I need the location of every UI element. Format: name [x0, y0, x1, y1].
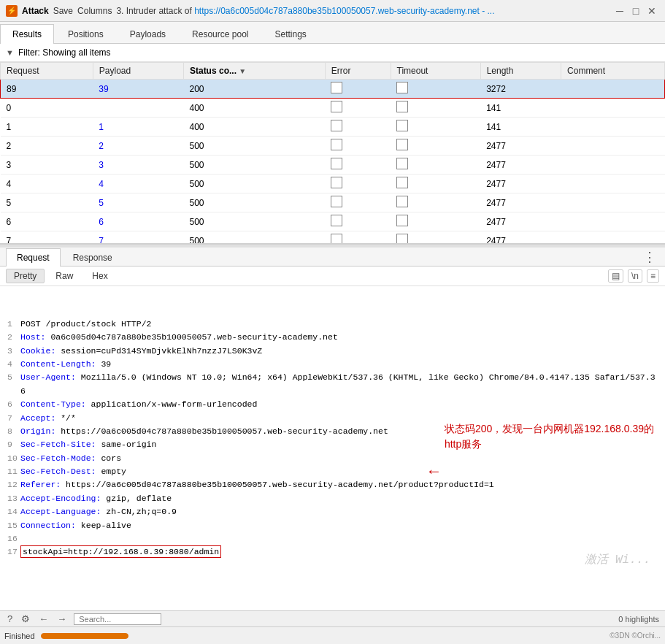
cell-status: 500 [183, 231, 325, 245]
request-line: 14Accept-Language: zh-CN,zh;q=0.9 [7, 505, 658, 518]
col-timeout[interactable]: Timeout [391, 63, 480, 80]
columns-label[interactable]: Columns [77, 6, 112, 16]
cell-error [325, 231, 391, 245]
search-input[interactable] [74, 613, 161, 625]
format-tab-raw[interactable]: Raw [47, 269, 81, 283]
finished-status: Finished [4, 632, 35, 640]
cell-length: 2477 [480, 137, 561, 156]
cell-comment [561, 193, 665, 212]
cell-timeout [391, 175, 480, 193]
cell-payload: 3 [93, 156, 183, 175]
settings-icon[interactable]: ⚙ [20, 613, 31, 624]
cell-comment [561, 231, 665, 245]
col-comment[interactable]: Comment [561, 63, 665, 80]
cell-length: 141 [480, 99, 561, 118]
annotation: 状态码200，发现一台内网机器192.168.0.39的 http服务 [445, 421, 654, 452]
cell-request: 5 [1, 193, 93, 212]
table-row[interactable]: 0 400 141 [1, 99, 665, 118]
table-row[interactable]: 1 1 400 141 [1, 118, 665, 137]
cell-status: 500 [183, 212, 325, 231]
col-status[interactable]: Status co... ▼ [183, 63, 325, 80]
cell-length: 2477 [480, 231, 561, 245]
save-label[interactable]: Save [53, 6, 73, 16]
table-row[interactable]: 4 4 500 2477 [1, 175, 665, 193]
cell-length: 2477 [480, 193, 561, 212]
tab-positions[interactable]: Positions [55, 24, 116, 44]
table-row[interactable]: 2 2 500 2477 [1, 137, 665, 156]
back-icon[interactable]: ← [37, 613, 50, 624]
line-text: Sec-Fetch-Mode: cors [20, 452, 658, 465]
line-text: Connection: keep-alive [20, 519, 658, 532]
cell-timeout [391, 80, 480, 99]
app-name: Attack [22, 6, 49, 16]
cell-request: 6 [1, 212, 93, 231]
cell-error [325, 137, 391, 156]
filter-text: Filter: Showing all items [18, 47, 111, 58]
cell-timeout [391, 212, 480, 231]
cell-status: 200 [183, 80, 325, 99]
highlights-count: 0 highlights [618, 615, 659, 624]
line-number: 7 [7, 412, 20, 425]
tab-settings[interactable]: Settings [262, 24, 318, 44]
cell-payload: 1 [93, 118, 183, 137]
format-tab-pretty[interactable]: Pretty [6, 269, 45, 283]
title-bar: ⚡ Attack Save Columns 3. Intruder attack… [0, 0, 665, 22]
line-number: 8 [7, 425, 20, 438]
cell-timeout [391, 118, 480, 137]
help-icon[interactable]: ? [6, 613, 14, 624]
tab-bar: Results Positions Payloads Resource pool… [0, 22, 665, 44]
col-payload[interactable]: Payload [93, 63, 183, 80]
col-request[interactable]: Request [1, 63, 93, 80]
format-tab-hex[interactable]: Hex [84, 269, 115, 283]
req-resp-tabs: Request Response ⋮ [0, 248, 665, 267]
app-icon: ⚡ [6, 5, 18, 17]
table-row[interactable]: 7 7 500 2477 [1, 231, 665, 245]
request-line: 12Referer: https://0a6c005d04c787a880be3… [7, 478, 658, 491]
line-number: 11 [7, 465, 20, 478]
request-line: 11Sec-Fetch-Dest: empty [7, 465, 658, 478]
cell-request: 1 [1, 118, 93, 137]
bottom-info: ©3DN ©Orchi... [610, 632, 661, 640]
col-error[interactable]: Error [325, 63, 391, 80]
word-wrap-icon[interactable]: ▤ [608, 269, 623, 283]
request-line: 4Content-Length: 39 [7, 358, 658, 371]
cell-timeout [391, 137, 480, 156]
cell-status: 500 [183, 137, 325, 156]
col-length[interactable]: Length [480, 63, 561, 80]
line-text: Content-Type: application/x-www-form-url… [20, 398, 658, 411]
close-button[interactable]: ✕ [645, 4, 659, 18]
cell-request: 7 [1, 231, 93, 245]
cell-comment [561, 156, 665, 175]
newline-icon[interactable]: \n [628, 269, 642, 283]
cell-payload: 7 [93, 231, 183, 245]
table-row[interactable]: 5 5 500 2477 [1, 193, 665, 212]
cell-payload: 5 [93, 193, 183, 212]
more-options-icon[interactable]: ⋮ [640, 249, 659, 265]
line-text: User-Agent: Mozilla/5.0 (Windows NT 10.0… [20, 371, 658, 398]
tab-response[interactable]: Response [62, 248, 123, 267]
line-number: 12 [7, 478, 20, 491]
cell-timeout [391, 193, 480, 212]
maximize-button[interactable]: □ [629, 4, 643, 18]
cell-status: 500 [183, 193, 325, 212]
cell-status: 500 [183, 156, 325, 175]
cell-length: 2477 [480, 156, 561, 175]
table-row[interactable]: 3 3 500 2477 [1, 156, 665, 175]
minimize-button[interactable]: ─ [612, 4, 627, 18]
tab-resource-pool[interactable]: Resource pool [180, 24, 261, 44]
tab-request[interactable]: Request [6, 248, 61, 267]
line-number: 15 [7, 519, 20, 532]
tab-results[interactable]: Results [0, 24, 54, 44]
cell-length: 2477 [480, 212, 561, 231]
tab-payloads[interactable]: Payloads [118, 24, 178, 44]
table-row[interactable]: 6 6 500 2477 [1, 212, 665, 231]
table-row[interactable]: 89 39 200 3272 [1, 80, 665, 99]
cell-payload [93, 99, 183, 118]
forward-icon[interactable]: → [55, 613, 68, 624]
cell-payload: 2 [93, 137, 183, 156]
line-text: Content-Length: 39 [20, 358, 658, 371]
cell-comment [561, 99, 665, 118]
menu-icon[interactable]: ≡ [647, 269, 659, 283]
line-number: 1 [7, 318, 20, 331]
cell-request: 0 [1, 99, 93, 118]
